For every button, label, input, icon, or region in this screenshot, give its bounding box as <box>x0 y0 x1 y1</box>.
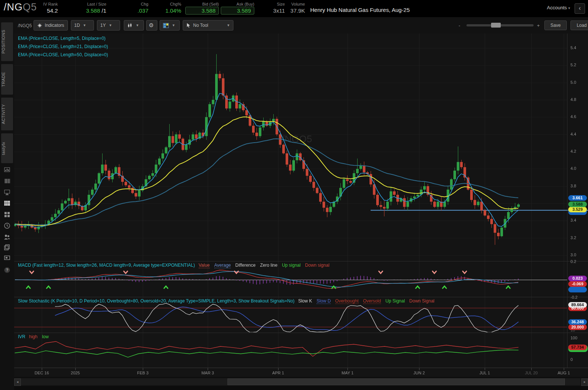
chart-type-select[interactable]: ▼ <box>124 20 144 31</box>
people-icon[interactable] <box>3 234 11 242</box>
stoch-study-row: Slow Stochastic (K Period=10, D Period=1… <box>18 298 439 304</box>
chevron-down-icon: ▼ <box>227 23 230 27</box>
layout-grid-select[interactable]: ▼ <box>160 20 180 31</box>
starburst-icon <box>37 23 43 28</box>
grid-icon[interactable] <box>3 211 11 219</box>
ema-study-label-2[interactable]: EMA (Price=CLOSE, Length=50, Displace=0) <box>18 52 108 57</box>
zoom-in-label[interactable]: + <box>537 23 540 28</box>
price-bubble: 3.661 <box>568 195 587 201</box>
sidebar-tab-tastyfx[interactable]: tastyfx <box>1 133 13 163</box>
legend-slow-d[interactable]: Slow D <box>317 298 331 304</box>
cursor-icon <box>186 23 191 28</box>
app-window: /NGQ5 IV Rank54.2Last / Size3.588 /1Chg.… <box>0 0 588 390</box>
sidebar-tab-positions[interactable]: POSITIONS <box>1 22 13 61</box>
header-field-bid-sell-[interactable]: Bid (Sell)3.588 <box>185 2 219 15</box>
panel-separator[interactable] <box>14 261 588 261</box>
price-tick: 4.2 <box>570 149 576 153</box>
help-icon[interactable]: ? <box>3 267 11 275</box>
field-label: Size <box>262 2 285 6</box>
field-value: 3.588 <box>185 7 219 15</box>
price-tick: 3.2 <box>570 235 576 240</box>
price-tick: 4.6 <box>570 114 576 119</box>
sidebar-tab-trade[interactable]: TRADE <box>1 64 13 95</box>
field-value: 3x11 <box>262 7 285 14</box>
legend-value[interactable]: Value <box>199 263 210 268</box>
time-axis-label: JUL 1 <box>479 371 490 375</box>
header-field-iv-rank: IV Rank54.2 <box>22 2 58 14</box>
copy-icon[interactable] <box>3 244 11 252</box>
timeframe-select[interactable]: 1D▼ <box>71 20 94 31</box>
monitor-icon[interactable] <box>3 189 11 197</box>
price-tick: 3.4 <box>570 218 576 222</box>
ivr-tick: 100 <box>570 336 577 340</box>
sidebar-tab-label: tastyfx <box>1 133 13 163</box>
ema-study-label-1[interactable]: EMA (Price=CLOSE, Length=21, Displace=0) <box>18 44 108 49</box>
legend-average[interactable]: Average <box>214 263 231 268</box>
price-tick: 5.0 <box>570 80 576 85</box>
macd-value-bubble <box>568 287 587 292</box>
macd-value-bubble: -0.069 <box>568 281 587 287</box>
stats-icon[interactable] <box>3 167 11 175</box>
time-axis-label: FEB 3 <box>137 371 149 375</box>
header-field-ask-buy-[interactable]: Ask (Buy)3.589 <box>221 2 254 15</box>
legend-oversold[interactable]: Oversold <box>363 298 381 304</box>
ivr-study-label[interactable]: IVR <box>18 334 25 339</box>
chart-canvas[interactable] <box>14 34 588 377</box>
price-tick: 4.0 <box>570 166 576 171</box>
toolbar-symbol-label: /NGQ5 <box>18 23 32 28</box>
legend-high: high <box>29 334 38 339</box>
price-axis-separator <box>567 34 567 368</box>
scroll-left-button[interactable]: ◂ <box>14 378 21 386</box>
macd-study-label[interactable]: MACD (Fast length=12, Slow length=26, MA… <box>18 263 195 268</box>
frame-icon[interactable] <box>3 254 11 263</box>
save-button[interactable]: Save <box>544 20 567 30</box>
legend-down-signal: Down Signal <box>409 298 434 304</box>
range-select[interactable]: 1Y▼ <box>97 20 120 31</box>
scrollbar-track[interactable] <box>21 378 580 385</box>
chevron-down-icon: ▼ <box>109 23 112 27</box>
scroll-right-button[interactable]: ▸ <box>581 378 588 386</box>
load-button[interactable]: Load <box>570 20 588 30</box>
sidebar-tab-label: TRADE <box>1 64 13 95</box>
watchlist-icon[interactable] <box>3 178 11 186</box>
accounts-menu[interactable]: Accounts ▾ <box>547 5 570 10</box>
sidebar-tab-label: POSITIONS <box>1 22 13 61</box>
collapse-panel-button[interactable]: ‹ <box>575 3 585 14</box>
time-axis-label: APR 1 <box>272 371 284 375</box>
field-label: Chg% <box>156 2 181 6</box>
time-axis-label: MAR 3 <box>201 371 214 375</box>
price-bubble: 3.588 <box>568 202 587 207</box>
ema-study-label-0[interactable]: EMA (Price=CLOSE, Length=5, Displace=0) <box>18 36 106 41</box>
scrollbar-thumb[interactable] <box>227 378 565 385</box>
chart-icon[interactable] <box>3 200 11 208</box>
legend-overbought[interactable]: Overbought <box>335 298 359 304</box>
ivr-value-bubble: 57.734 <box>568 345 587 350</box>
panel-separator[interactable] <box>14 333 588 333</box>
layout-grid-icon <box>163 23 169 28</box>
sidebar-tab-label: ACTIVITY <box>1 98 13 130</box>
drawing-tool-select[interactable]: No Tool▼ <box>183 20 233 31</box>
chevron-down-icon: ▼ <box>83 23 86 27</box>
legend-zero-line: Zero line <box>260 263 277 268</box>
field-value: 37.9K <box>283 7 305 14</box>
ivr-tick: 0 <box>570 357 573 362</box>
zoom-out-label[interactable]: - <box>459 23 460 28</box>
chart-settings-button[interactable]: ⚙ <box>146 20 157 31</box>
stoch-study-label[interactable]: Slow Stochastic (K Period=10, D Period=1… <box>18 298 295 304</box>
legend-up-signal: Up signal <box>282 263 301 268</box>
indicators-button[interactable]: Indicators <box>34 20 68 31</box>
time-axis-label: AUG 1 <box>557 371 570 375</box>
time-axis-label: DEC 16 <box>35 371 49 375</box>
macd-tick: 0.2 <box>570 259 576 264</box>
clock-icon[interactable] <box>3 222 11 231</box>
legend-down-signal: Down signal <box>305 263 329 268</box>
svg-text:?: ? <box>6 268 8 272</box>
panel-separator[interactable] <box>14 297 588 297</box>
zoom-slider-thumb[interactable] <box>491 23 501 28</box>
legend-up-signal: Up Signal <box>386 298 405 304</box>
field-value: 1.04% <box>156 7 181 14</box>
field-label: IV Rank <box>22 2 58 6</box>
left-sidebar: POSITIONSTRADEACTIVITYtastyfx? <box>0 17 14 390</box>
sidebar-tab-activity[interactable]: ACTIVITY <box>1 98 13 130</box>
zoom-slider[interactable] <box>466 24 534 26</box>
